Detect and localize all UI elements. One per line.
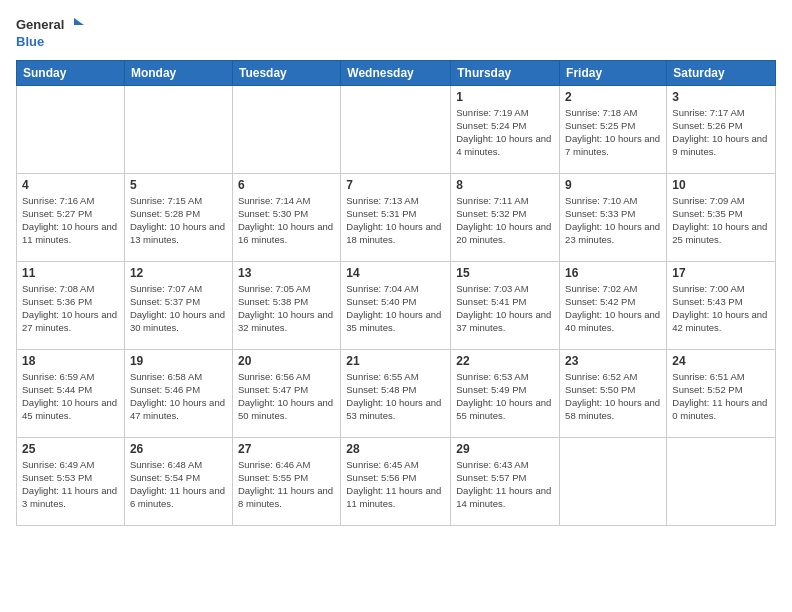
calendar-table: SundayMondayTuesdayWednesdayThursdayFrid… xyxy=(16,60,776,526)
day-number: 26 xyxy=(130,442,227,456)
day-number: 24 xyxy=(672,354,770,368)
day-number: 27 xyxy=(238,442,335,456)
day-info: Sunrise: 7:04 AM Sunset: 5:40 PM Dayligh… xyxy=(346,282,445,335)
day-number: 12 xyxy=(130,266,227,280)
day-number: 4 xyxy=(22,178,119,192)
day-number: 11 xyxy=(22,266,119,280)
day-info: Sunrise: 6:45 AM Sunset: 5:56 PM Dayligh… xyxy=(346,458,445,511)
day-info: Sunrise: 7:05 AM Sunset: 5:38 PM Dayligh… xyxy=(238,282,335,335)
calendar-week-2: 11Sunrise: 7:08 AM Sunset: 5:36 PM Dayli… xyxy=(17,261,776,349)
day-number: 13 xyxy=(238,266,335,280)
day-number: 18 xyxy=(22,354,119,368)
day-info: Sunrise: 6:56 AM Sunset: 5:47 PM Dayligh… xyxy=(238,370,335,423)
weekday-header-row: SundayMondayTuesdayWednesdayThursdayFrid… xyxy=(17,60,776,85)
calendar-cell xyxy=(17,85,125,173)
day-info: Sunrise: 7:09 AM Sunset: 5:35 PM Dayligh… xyxy=(672,194,770,247)
day-number: 6 xyxy=(238,178,335,192)
day-info: Sunrise: 7:03 AM Sunset: 5:41 PM Dayligh… xyxy=(456,282,554,335)
day-number: 1 xyxy=(456,90,554,104)
day-info: Sunrise: 7:16 AM Sunset: 5:27 PM Dayligh… xyxy=(22,194,119,247)
day-info: Sunrise: 6:43 AM Sunset: 5:57 PM Dayligh… xyxy=(456,458,554,511)
calendar-cell xyxy=(124,85,232,173)
day-number: 21 xyxy=(346,354,445,368)
calendar-cell: 17Sunrise: 7:00 AM Sunset: 5:43 PM Dayli… xyxy=(667,261,776,349)
calendar-cell: 14Sunrise: 7:04 AM Sunset: 5:40 PM Dayli… xyxy=(341,261,451,349)
calendar-cell: 23Sunrise: 6:52 AM Sunset: 5:50 PM Dayli… xyxy=(560,349,667,437)
calendar-cell: 8Sunrise: 7:11 AM Sunset: 5:32 PM Daylig… xyxy=(451,173,560,261)
calendar-cell: 29Sunrise: 6:43 AM Sunset: 5:57 PM Dayli… xyxy=(451,437,560,525)
calendar-cell: 21Sunrise: 6:55 AM Sunset: 5:48 PM Dayli… xyxy=(341,349,451,437)
calendar-week-1: 4Sunrise: 7:16 AM Sunset: 5:27 PM Daylig… xyxy=(17,173,776,261)
calendar-cell: 2Sunrise: 7:18 AM Sunset: 5:25 PM Daylig… xyxy=(560,85,667,173)
day-info: Sunrise: 7:07 AM Sunset: 5:37 PM Dayligh… xyxy=(130,282,227,335)
day-info: Sunrise: 6:49 AM Sunset: 5:53 PM Dayligh… xyxy=(22,458,119,511)
day-number: 16 xyxy=(565,266,661,280)
logo-text-general: General xyxy=(16,17,64,33)
day-info: Sunrise: 6:48 AM Sunset: 5:54 PM Dayligh… xyxy=(130,458,227,511)
day-info: Sunrise: 6:55 AM Sunset: 5:48 PM Dayligh… xyxy=(346,370,445,423)
logo-bird-icon xyxy=(66,16,84,34)
calendar-cell: 6Sunrise: 7:14 AM Sunset: 5:30 PM Daylig… xyxy=(232,173,340,261)
day-info: Sunrise: 7:17 AM Sunset: 5:26 PM Dayligh… xyxy=(672,106,770,159)
calendar-cell: 7Sunrise: 7:13 AM Sunset: 5:31 PM Daylig… xyxy=(341,173,451,261)
calendar-cell: 5Sunrise: 7:15 AM Sunset: 5:28 PM Daylig… xyxy=(124,173,232,261)
day-info: Sunrise: 6:52 AM Sunset: 5:50 PM Dayligh… xyxy=(565,370,661,423)
calendar-cell: 4Sunrise: 7:16 AM Sunset: 5:27 PM Daylig… xyxy=(17,173,125,261)
calendar-cell: 19Sunrise: 6:58 AM Sunset: 5:46 PM Dayli… xyxy=(124,349,232,437)
day-info: Sunrise: 7:19 AM Sunset: 5:24 PM Dayligh… xyxy=(456,106,554,159)
day-number: 7 xyxy=(346,178,445,192)
day-info: Sunrise: 7:11 AM Sunset: 5:32 PM Dayligh… xyxy=(456,194,554,247)
calendar-cell: 15Sunrise: 7:03 AM Sunset: 5:41 PM Dayli… xyxy=(451,261,560,349)
calendar-cell: 12Sunrise: 7:07 AM Sunset: 5:37 PM Dayli… xyxy=(124,261,232,349)
day-number: 3 xyxy=(672,90,770,104)
weekday-header-sunday: Sunday xyxy=(17,60,125,85)
weekday-header-monday: Monday xyxy=(124,60,232,85)
day-number: 22 xyxy=(456,354,554,368)
calendar-cell: 13Sunrise: 7:05 AM Sunset: 5:38 PM Dayli… xyxy=(232,261,340,349)
day-info: Sunrise: 7:02 AM Sunset: 5:42 PM Dayligh… xyxy=(565,282,661,335)
day-number: 28 xyxy=(346,442,445,456)
weekday-header-tuesday: Tuesday xyxy=(232,60,340,85)
day-number: 29 xyxy=(456,442,554,456)
calendar-cell xyxy=(667,437,776,525)
day-info: Sunrise: 7:10 AM Sunset: 5:33 PM Dayligh… xyxy=(565,194,661,247)
weekday-header-saturday: Saturday xyxy=(667,60,776,85)
day-number: 10 xyxy=(672,178,770,192)
calendar-cell: 28Sunrise: 6:45 AM Sunset: 5:56 PM Dayli… xyxy=(341,437,451,525)
calendar-cell: 10Sunrise: 7:09 AM Sunset: 5:35 PM Dayli… xyxy=(667,173,776,261)
calendar-cell: 26Sunrise: 6:48 AM Sunset: 5:54 PM Dayli… xyxy=(124,437,232,525)
calendar-cell: 20Sunrise: 6:56 AM Sunset: 5:47 PM Dayli… xyxy=(232,349,340,437)
day-number: 23 xyxy=(565,354,661,368)
day-info: Sunrise: 6:58 AM Sunset: 5:46 PM Dayligh… xyxy=(130,370,227,423)
day-number: 5 xyxy=(130,178,227,192)
calendar-cell: 25Sunrise: 6:49 AM Sunset: 5:53 PM Dayli… xyxy=(17,437,125,525)
day-info: Sunrise: 7:08 AM Sunset: 5:36 PM Dayligh… xyxy=(22,282,119,335)
day-info: Sunrise: 6:51 AM Sunset: 5:52 PM Dayligh… xyxy=(672,370,770,423)
logo: General Blue xyxy=(16,16,84,50)
day-info: Sunrise: 7:15 AM Sunset: 5:28 PM Dayligh… xyxy=(130,194,227,247)
calendar-cell: 22Sunrise: 6:53 AM Sunset: 5:49 PM Dayli… xyxy=(451,349,560,437)
weekday-header-thursday: Thursday xyxy=(451,60,560,85)
day-number: 14 xyxy=(346,266,445,280)
day-number: 20 xyxy=(238,354,335,368)
calendar-week-4: 25Sunrise: 6:49 AM Sunset: 5:53 PM Dayli… xyxy=(17,437,776,525)
calendar-week-3: 18Sunrise: 6:59 AM Sunset: 5:44 PM Dayli… xyxy=(17,349,776,437)
header: General Blue xyxy=(16,16,776,50)
day-number: 9 xyxy=(565,178,661,192)
calendar-cell: 9Sunrise: 7:10 AM Sunset: 5:33 PM Daylig… xyxy=(560,173,667,261)
calendar-cell: 27Sunrise: 6:46 AM Sunset: 5:55 PM Dayli… xyxy=(232,437,340,525)
day-info: Sunrise: 6:53 AM Sunset: 5:49 PM Dayligh… xyxy=(456,370,554,423)
day-number: 2 xyxy=(565,90,661,104)
logo-graphic: General Blue xyxy=(16,16,84,50)
calendar-cell: 18Sunrise: 6:59 AM Sunset: 5:44 PM Dayli… xyxy=(17,349,125,437)
svg-marker-0 xyxy=(74,18,84,25)
page-container: General Blue SundayMondayTuesdayWednesda… xyxy=(0,0,792,534)
calendar-cell: 1Sunrise: 7:19 AM Sunset: 5:24 PM Daylig… xyxy=(451,85,560,173)
day-info: Sunrise: 7:14 AM Sunset: 5:30 PM Dayligh… xyxy=(238,194,335,247)
calendar-cell: 16Sunrise: 7:02 AM Sunset: 5:42 PM Dayli… xyxy=(560,261,667,349)
day-number: 17 xyxy=(672,266,770,280)
calendar-week-0: 1Sunrise: 7:19 AM Sunset: 5:24 PM Daylig… xyxy=(17,85,776,173)
day-number: 25 xyxy=(22,442,119,456)
calendar-cell xyxy=(341,85,451,173)
calendar-cell xyxy=(232,85,340,173)
